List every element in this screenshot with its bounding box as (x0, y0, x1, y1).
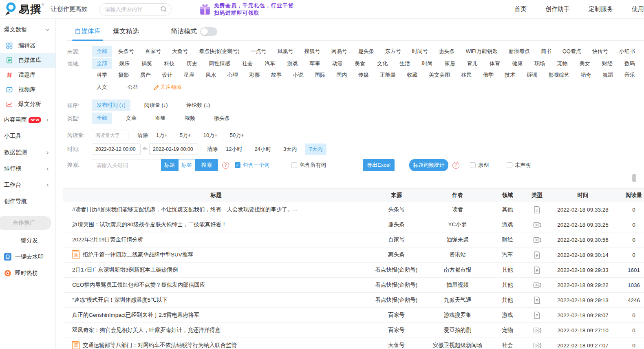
export-excel-button[interactable]: 导出Excel (363, 159, 395, 171)
article-title[interactable]: 边境突围：试玩黄忠的80级战令皮肤火炮绅士，二技能真好看！ (72, 221, 227, 228)
domain-option[interactable]: 游戏 (282, 58, 302, 69)
domain-option[interactable]: 国内 (331, 69, 352, 81)
domain-option[interactable]: 美女 (575, 58, 595, 69)
source-option[interactable]: 小红书 (614, 46, 640, 57)
vertical-scrollbar-thumb[interactable] (632, 174, 636, 182)
time-to-input[interactable] (149, 144, 198, 155)
sidebar-section-3[interactable]: 数据监测 (0, 144, 55, 161)
source-option[interactable]: WiFi万能钥匙 (461, 46, 503, 57)
reads-preset[interactable]: 50万+ (226, 130, 248, 141)
nav-item-1[interactable]: 首页 (514, 5, 527, 13)
article-title[interactable]: 交通运输部等八部门：对网约车不依法纳税等行为纳入联合监管 (83, 342, 237, 349)
source-option[interactable]: 简书 (536, 46, 556, 57)
source-option[interactable]: 大鱼号 (167, 46, 193, 57)
domain-option[interactable]: 文化 (372, 58, 393, 69)
source-option[interactable]: 新浪看点 (504, 46, 535, 57)
original-checkbox[interactable]: 原创 (470, 161, 489, 169)
article-title[interactable]: 拒绝千篇一律四款二线豪华品牌中型SUV推荐 (83, 251, 193, 258)
domain-option[interactable]: 搞笑 (137, 58, 157, 69)
type-option[interactable]: 微头条 (209, 113, 235, 124)
sidebar-coop-promo[interactable]: 合作推广 (0, 216, 51, 230)
domain-option[interactable]: 移民 (457, 69, 477, 81)
domain-option[interactable]: 全部 (92, 58, 112, 69)
sidebar-section-4[interactable]: 排行榜 (0, 161, 55, 177)
domain-option[interactable]: 家居 (440, 58, 460, 69)
domain-option[interactable]: 美文美图 (424, 69, 455, 81)
article-title[interactable]: 真正的GenshinImpact已经到来补丁2.5雷电幕府将军 (72, 311, 199, 319)
search-help-icon[interactable]: ? (222, 162, 229, 169)
source-option[interactable]: 趣头条 (353, 46, 379, 57)
domain-option[interactable]: 设计 (157, 69, 177, 81)
source-option[interactable]: 凤凰号 (273, 46, 298, 57)
contain-all-words-checkbox[interactable]: 包含所有词 (291, 161, 326, 169)
domain-option[interactable]: 辟谣 (522, 69, 542, 81)
sidebar-tool-3[interactable]: 即时热榜 (0, 265, 55, 281)
sort-option[interactable]: 发布时间 (↓) (92, 99, 130, 111)
domain-option[interactable]: 汽车 (260, 58, 280, 69)
frequency-help-icon[interactable]: ? (452, 162, 459, 169)
article-title[interactable]: #读者日历#如果我们能够支配忧虑，不让忧虑支配我们，终有一天会发现要担忧的事少了… (72, 206, 298, 213)
domain-option[interactable]: 佛学 (478, 69, 498, 81)
article-title[interactable]: 2022年2月19日黄金行情分析 (72, 236, 143, 243)
source-option[interactable]: 时间号 (407, 46, 433, 57)
domain-option[interactable]: 时尚 (417, 58, 437, 69)
domain-option[interactable]: 社会 (237, 58, 258, 69)
logo[interactable]: 易撰 ® (0, 1, 44, 18)
domain-option[interactable]: 动漫 (327, 58, 348, 69)
contain-one-word-checkbox[interactable]: ✓ 包含一个词 (235, 161, 269, 169)
sidebar-item-hash[interactable]: 话题库 (0, 68, 55, 82)
domain-option[interactable]: 舞蹈 (598, 69, 618, 81)
domain-option[interactable]: 彩票 (244, 69, 265, 81)
domain-option[interactable]: 传媒 (353, 69, 374, 81)
domain-option[interactable]: 收藏 (402, 69, 423, 81)
search-button[interactable]: 搜索 (195, 159, 218, 171)
article-title[interactable]: 双凤奇案：狗官会见相好美人，吐露歹毒奸计，竟还洋洋得意 (72, 327, 221, 334)
domain-option[interactable]: 军事 (305, 58, 325, 69)
type-option[interactable]: 图集 (150, 113, 171, 124)
domain-option[interactable]: 职场 (529, 58, 550, 69)
time-preset[interactable]: 3天内 (279, 144, 301, 155)
sidebar-item-doc[interactable]: 自媒体库 (0, 53, 55, 68)
reads-clear-button[interactable]: 清除 (137, 132, 148, 139)
source-option[interactable]: 网易号 (326, 46, 352, 57)
source-option[interactable]: 搜狐号 (300, 46, 325, 57)
sidebar-tool-2[interactable]: 一键去水印 (0, 249, 55, 265)
header-search-input[interactable] (105, 6, 160, 12)
keyword-input[interactable] (92, 159, 161, 171)
sort-option[interactable]: 阅读量 (↓) (139, 99, 173, 111)
domain-option[interactable]: 科学 (92, 69, 112, 81)
source-option[interactable]: 头条号 (113, 46, 139, 57)
sidebar-section-6[interactable]: 创作导航 (0, 193, 55, 210)
domain-option[interactable]: 技术 (500, 69, 520, 81)
promo-banner[interactable]: 免费会员，千元礼包，行业干货 扫码进群即可领取 (198, 2, 294, 16)
domain-option[interactable]: 数码 (620, 58, 640, 69)
domain-option[interactable]: 正能量 (375, 69, 401, 81)
domain-option[interactable]: 影视综艺 (543, 69, 574, 81)
type-option[interactable]: 文章 (121, 113, 141, 124)
source-option[interactable]: 全部 (92, 46, 112, 57)
search-icon[interactable] (160, 6, 167, 13)
domain-option[interactable]: 公益 (123, 82, 143, 93)
domain-option[interactable]: 娱乐 (114, 58, 135, 69)
time-preset[interactable]: 24小时 (250, 144, 275, 155)
source-option[interactable]: 快传号 (587, 46, 613, 57)
sidebar-item-video[interactable]: 视频库 (0, 82, 55, 97)
time-preset[interactable]: 12小时 (222, 144, 246, 155)
domain-option[interactable]: 两性情感 (204, 58, 235, 69)
domain-option[interactable]: 育儿 (462, 58, 483, 69)
sidebar-section-2[interactable]: 小工具 (0, 128, 55, 144)
sidebar-section-1[interactable]: 内容电商NEW (0, 112, 55, 128)
nav-item-4[interactable]: 使用 (632, 5, 644, 13)
tab-hot-selection[interactable]: 爆文精选 (113, 23, 139, 41)
domain-option[interactable]: 科技 (159, 58, 180, 69)
sort-option[interactable]: 评论数 (↓) (182, 99, 215, 111)
article-title[interactable]: 2月17日广东深圳新增3例新冠本土确诊病例 (72, 266, 178, 274)
time-preset[interactable]: 7天内 (305, 144, 326, 155)
domain-option[interactable]: 风水 (201, 69, 221, 81)
domain-option[interactable]: 美食 (350, 58, 370, 69)
domain-option[interactable]: 生活 (395, 58, 415, 69)
time-clear-button[interactable]: 清除 (207, 146, 218, 153)
type-option[interactable]: 视频 (180, 113, 200, 124)
nav-item-3[interactable]: 定制服务 (589, 5, 613, 13)
follow-domain-link[interactable]: 关注领域 (154, 82, 181, 93)
